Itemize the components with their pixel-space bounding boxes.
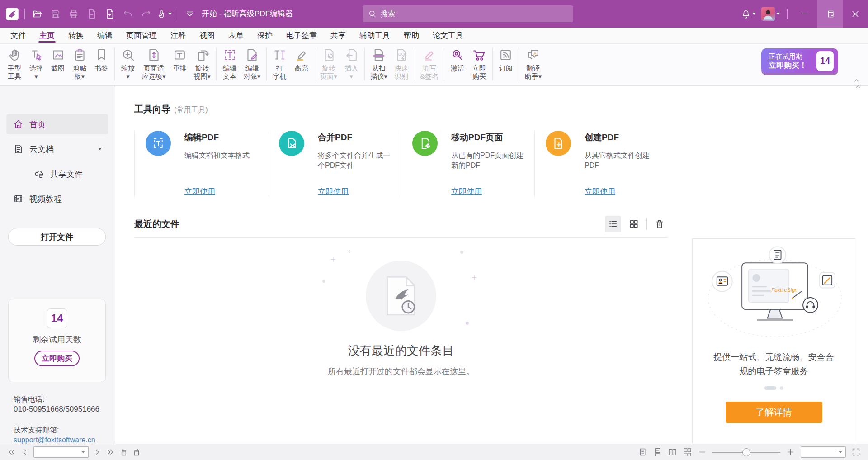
- statusbar-control[interactable]: [653, 447, 662, 457]
- statusbar-control[interactable]: [668, 447, 677, 457]
- buy-now-button[interactable]: 立即购买: [34, 351, 80, 366]
- close-button[interactable]: [843, 0, 868, 28]
- statusbar-control[interactable]: [786, 447, 795, 457]
- ribbon-button[interactable]: 编辑 文本: [219, 47, 241, 81]
- main-column: 工具向导 (常用工具) 编辑PDF 编辑文档和文本格式 立即使用: [134, 86, 668, 377]
- statusbar-control[interactable]: [119, 448, 128, 456]
- sidebar-item[interactable]: 视频教程: [6, 189, 108, 209]
- carousel-dot[interactable]: [780, 386, 783, 390]
- quick-action-button[interactable]: [65, 5, 83, 23]
- menu-item[interactable]: 帮助: [397, 28, 426, 43]
- quick-action-button[interactable]: [137, 5, 155, 23]
- ribbon-button[interactable]: 编辑 对象▾: [241, 47, 264, 81]
- menu-item[interactable]: 文件: [4, 28, 33, 43]
- statusbar-control[interactable]: [683, 447, 692, 457]
- minimize-button[interactable]: [792, 0, 817, 28]
- ribbon-button[interactable]: 高亮: [291, 47, 312, 73]
- menu-item[interactable]: 注释: [164, 28, 193, 43]
- ribbon-button[interactable]: 页面适 应选项▾: [139, 47, 169, 81]
- search-input[interactable]: [381, 10, 568, 18]
- tool-card[interactable]: 移动PDF页面 从已有的PDF页面创建新的PDF 立即使用: [401, 131, 534, 197]
- learn-more-button[interactable]: 了解详情: [726, 402, 822, 423]
- menu-item[interactable]: 表单: [222, 28, 250, 43]
- ribbon-button[interactable]: 书签: [90, 47, 112, 73]
- ribbon-button[interactable]: 旋转 视图▾: [191, 47, 214, 81]
- ribbon-button[interactable]: 从扫 描仪▾: [367, 47, 391, 81]
- statusbar-control[interactable]: [93, 448, 102, 456]
- search-box[interactable]: [363, 5, 573, 22]
- menu-item[interactable]: 编辑: [90, 28, 119, 43]
- sidebar-nav: 首页 云文档 共享文件 视频教程: [0, 86, 115, 209]
- tool-card[interactable]: 合并PDF 将多个文件合并生成一个PDF文件 立即使用: [268, 131, 401, 197]
- ribbon-button[interactable]: 截图: [47, 47, 69, 73]
- use-now-link[interactable]: 立即使用: [585, 186, 615, 197]
- ribbon-button[interactable]: A 翻译 助手▾: [522, 47, 545, 81]
- menu-item[interactable]: 转换: [61, 28, 90, 43]
- view-toggle-button[interactable]: [651, 216, 668, 232]
- ribbon-button[interactable]: 重排: [169, 47, 191, 73]
- use-now-link[interactable]: 立即使用: [451, 186, 482, 197]
- hand-icon: [8, 48, 22, 62]
- sidebar-item[interactable]: 共享文件: [27, 164, 108, 184]
- menu-item[interactable]: 电子签章: [279, 28, 324, 43]
- ocr-icon: OCR: [394, 48, 408, 62]
- zoom-slider[interactable]: [712, 448, 780, 457]
- menu-item[interactable]: 共享: [324, 28, 353, 43]
- sidebar-item[interactable]: 云文档: [6, 139, 108, 159]
- quick-action-button[interactable]: [181, 5, 199, 23]
- page-number-combobox[interactable]: [33, 446, 89, 458]
- menu-item[interactable]: 保护: [250, 28, 279, 43]
- sidebar-item[interactable]: 首页: [6, 114, 108, 134]
- tool-card[interactable]: 编辑PDF 编辑文档和文本格式 立即使用: [134, 131, 268, 197]
- use-now-link[interactable]: 立即使用: [184, 186, 215, 197]
- ribbon-button[interactable]: 缩放 ▾: [117, 47, 139, 81]
- menu-item[interactable]: 视图: [193, 28, 222, 43]
- account-button[interactable]: [759, 0, 783, 28]
- statusbar-control[interactable]: [33, 446, 89, 458]
- statusbar-control[interactable]: [801, 446, 846, 458]
- statusbar-control[interactable]: [638, 447, 647, 457]
- menu-item[interactable]: 论文工具: [426, 28, 470, 43]
- use-now-link[interactable]: 立即使用: [318, 186, 349, 197]
- ribbon-button[interactable]: 选择 ▾: [25, 47, 47, 81]
- last-page-icon: [106, 448, 115, 456]
- menu-item[interactable]: 主页: [33, 28, 61, 43]
- maximize-button[interactable]: [817, 0, 843, 28]
- menu-item[interactable]: 页面管理: [119, 28, 164, 43]
- trial-days-count: 14: [47, 308, 67, 328]
- scroll-up-icon[interactable]: [854, 83, 862, 90]
- ribbon-button[interactable]: 打 字机: [269, 47, 291, 81]
- ribbon-button-label: 编辑 对象▾: [244, 64, 261, 81]
- zoom-level-combobox[interactable]: [801, 446, 846, 458]
- ribbon-button[interactable]: 剪贴 板▾: [69, 47, 90, 81]
- statusbar-control[interactable]: [712, 448, 780, 457]
- ribbon-button-label: 页面适 应选项▾: [142, 64, 166, 81]
- tool-card[interactable]: 创建PDF 从其它格式文件创建PDF 立即使用: [534, 131, 668, 197]
- statusbar-control[interactable]: [132, 448, 141, 456]
- ribbon-button[interactable]: 立即 购买: [468, 47, 490, 81]
- statusbar-control[interactable]: [7, 448, 16, 456]
- ribbon-button[interactable]: 手型 工具: [4, 47, 25, 81]
- quick-action-button[interactable]: [28, 5, 47, 23]
- ribbon-button[interactable]: 激活: [447, 47, 468, 73]
- menu-item[interactable]: 辅助工具: [353, 28, 397, 43]
- view-toggle-button[interactable]: [626, 216, 642, 232]
- zoom-slider-thumb[interactable]: [742, 448, 750, 456]
- cloud-share-icon: [34, 169, 44, 179]
- notifications-button[interactable]: [738, 0, 759, 28]
- statusbar-control[interactable]: [106, 448, 115, 456]
- quick-action-button[interactable]: [47, 5, 65, 23]
- carousel-dot-active[interactable]: [764, 386, 776, 390]
- trial-purchase-badge[interactable]: 正在试用期 立即购买！ 14: [761, 48, 838, 73]
- quick-action-button[interactable]: [155, 5, 173, 23]
- view-toggle-button[interactable]: [605, 216, 621, 232]
- ribbon-button[interactable]: 订阅: [495, 47, 517, 73]
- quick-action-button[interactable]: [119, 5, 137, 23]
- open-file-button[interactable]: 打开文件: [8, 228, 106, 246]
- recent-files-header: 最近的文件: [134, 216, 668, 232]
- quick-action-button[interactable]: [83, 5, 101, 23]
- statusbar-control[interactable]: [851, 447, 861, 457]
- statusbar-control[interactable]: [20, 448, 29, 456]
- statusbar-control[interactable]: [698, 447, 707, 457]
- quick-action-button[interactable]: [101, 5, 119, 23]
